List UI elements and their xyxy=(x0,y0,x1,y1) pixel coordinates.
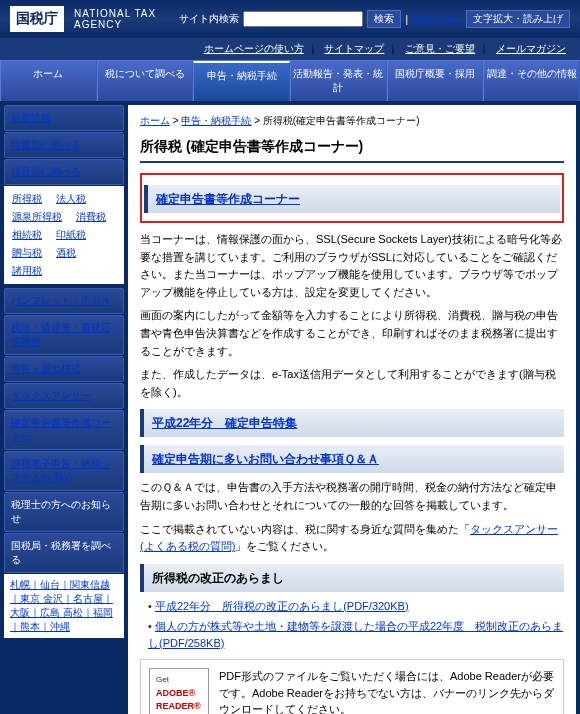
search-button[interactable]: 検索 xyxy=(367,10,401,28)
intro-text-2: 画面の案内にしたがって金額等を入力することにより所得税、消費税、贈与税の申告書や… xyxy=(140,307,564,360)
link-mail[interactable]: メールマガジン xyxy=(496,43,566,54)
header-links: ホームページの使い方｜ サイトマップ｜ ご意見・ご要望｜ メールマガジン xyxy=(0,38,580,60)
adobe-text: PDF形式のファイルをご覧いただく場合には、Adobe Readerが必要です。… xyxy=(219,668,555,714)
tax-zoyo[interactable]: 贈与税 xyxy=(12,246,42,260)
nav-filing[interactable]: 申告・納税手続 xyxy=(193,61,290,101)
side-advisor[interactable]: 税理士の方へのお知らせ xyxy=(4,492,124,532)
nav-other[interactable]: 調達・その他の情報 xyxy=(483,61,580,101)
revision-pdf-2[interactable]: 個人の方が株式等や土地・建物等を譲渡した場合の平成22年度 税制改正のあらまし(… xyxy=(148,620,563,649)
revision-pdf-1[interactable]: 平成22年分 所得税の改正のあらまし(PDF/320KB) xyxy=(155,600,409,612)
main-content: ホーム > 申告・納税手続 > 所得税(確定申告書等作成コーナー) 所得税 (確… xyxy=(128,105,576,714)
main-nav: ホーム 税について調べる 申告・納税手続 活動報告・発表・統計 国税庁概要・採用… xyxy=(0,60,580,101)
link-usage[interactable]: ホームページの使い方 xyxy=(204,43,304,54)
agency-name-en: NATIONAL TAX AGENCY xyxy=(74,8,179,30)
zoom-button[interactable]: 文字拡大・読み上げ xyxy=(466,10,570,28)
tax-sozoku[interactable]: 相続税 xyxy=(12,228,42,242)
qa-link[interactable]: 確定申告期に多いお問い合わせ事項Ｑ＆Ａ xyxy=(152,452,379,466)
nav-recruit[interactable]: 国税庁概要・採用 xyxy=(387,61,484,101)
side-corner[interactable]: 確定申告書等作成コーナー xyxy=(11,417,111,442)
search-label: サイト内検索 xyxy=(179,12,239,26)
qa-text2: ここで掲載されていない内容は、税に関する身近な質問を集めた「タックスアンサー(よ… xyxy=(140,521,564,556)
search-input[interactable] xyxy=(243,11,363,27)
crumb-filing[interactable]: 申告・納税手続 xyxy=(181,115,251,126)
intro-text-3: また、作成したデータは、e-Tax送信用データとして利用することができます(贈与… xyxy=(140,366,564,401)
adobe-reader-box: Get ADOBE® READER® PDF形式のファイルをご覧いただく場合には… xyxy=(140,659,564,714)
side-filing-due[interactable]: 申告・届出様式 xyxy=(11,363,81,374)
side-by-tax[interactable]: 税目別に調べる xyxy=(11,166,81,177)
tax-corp[interactable]: 法人税 xyxy=(56,192,86,206)
tax-type-list: 所得税 法人税 源泉所得税 消費税 相続税 印紙税 贈与税 酒税 諸用税 xyxy=(4,186,124,284)
logo[interactable]: 国税庁 xyxy=(10,6,64,32)
page-title: 所得税 (確定申告書等作成コーナー) xyxy=(140,136,564,163)
tax-inshi[interactable]: 印紙税 xyxy=(56,228,86,242)
search-help-link[interactable]: 検索の仕方 xyxy=(412,12,462,26)
tax-shohi[interactable]: 消費税 xyxy=(76,210,106,224)
revision-header: 所得税の改正のあらまし xyxy=(140,564,564,592)
nav-activity[interactable]: 活動報告・発表・統計 xyxy=(290,61,387,101)
side-law[interactable]: 税法・通達等・質疑応答事例 xyxy=(11,322,111,347)
side-local[interactable]: 国税局・税務署を調べる xyxy=(4,533,124,573)
corner-link[interactable]: 確定申告書等作成コーナー xyxy=(156,192,300,206)
tax-shouyo[interactable]: 諸用税 xyxy=(12,264,42,278)
side-by-period[interactable]: 時期別に調べる xyxy=(11,139,81,150)
region-list[interactable]: 札幌｜仙台｜関東信越｜東京 金沢｜名古屋｜大阪｜広島 高松｜福岡｜熊本｜沖縄 xyxy=(4,574,124,638)
crumb-current: 所得税(確定申告書等作成コーナー) xyxy=(263,115,420,126)
tax-income[interactable]: 所得税 xyxy=(12,192,42,206)
side-etax[interactable]: 国税電子申告・納税システム(e-Tax) xyxy=(11,458,111,483)
nav-tax-info[interactable]: 税について調べる xyxy=(97,61,194,101)
tax-sake[interactable]: 酒税 xyxy=(56,246,76,260)
breadcrumb: ホーム > 申告・納税手続 > 所得税(確定申告書等作成コーナー) xyxy=(140,113,564,128)
h22-special-link[interactable]: 平成22年分 確定申告特集 xyxy=(152,416,297,430)
highlighted-section: 確定申告書等作成コーナー xyxy=(140,173,564,223)
intro-text-1: 当コーナーは、情報保護の面から、SSL(Secure Sockets Layer… xyxy=(140,231,564,301)
qa-text: このＱ＆Ａでは、申告書の入手方法や税務署の開庁時間、税金の納付方法など確定申告期… xyxy=(140,479,564,514)
link-sitemap[interactable]: サイトマップ xyxy=(324,43,384,54)
adobe-reader-icon[interactable]: Get ADOBE® READER® xyxy=(149,668,209,714)
side-news[interactable]: 新着情報 xyxy=(11,112,51,123)
tax-gensen[interactable]: 源泉所得税 xyxy=(12,210,62,224)
crumb-home[interactable]: ホーム xyxy=(140,115,170,126)
link-feedback[interactable]: ご意見・ご要望 xyxy=(405,43,475,54)
sidebar: 新着情報 時期別に調べる 税目別に調べる 所得税 法人税 源泉所得税 消費税 相… xyxy=(4,105,124,714)
side-pamphlet[interactable]: パンフレット・手引き xyxy=(11,295,111,306)
side-tax-answer[interactable]: タックスアンサー xyxy=(11,390,91,401)
nav-home[interactable]: ホーム xyxy=(0,61,97,101)
